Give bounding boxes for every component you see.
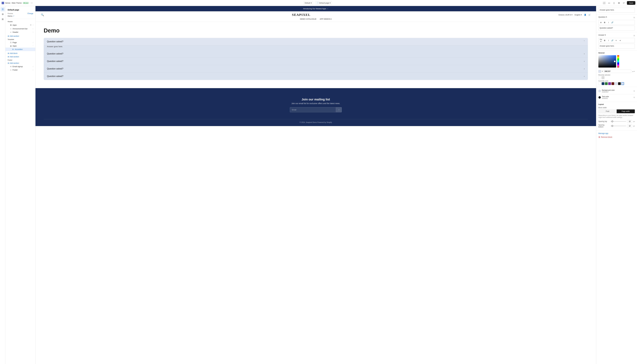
- swatch-lightgray[interactable]: [602, 76, 604, 79]
- chevron-right-icon: ›: [33, 24, 33, 26]
- manage-app-link[interactable]: Manage app: [598, 132, 635, 134]
- list-btn[interactable]: ≡: [614, 38, 618, 42]
- default-dropdown[interactable]: Default ▾: [304, 1, 313, 5]
- settings-icon[interactable]: ⚙: [0, 12, 5, 16]
- sidebar-item-email-signup[interactable]: ✉ Email signup ›: [6, 65, 35, 68]
- search-icon[interactable]: 🔍: [41, 13, 44, 16]
- apps-icon[interactable]: ⊞: [0, 17, 5, 21]
- color-arrows[interactable]: ▲▼: [632, 71, 635, 72]
- spacing-bottom-slider[interactable]: [610, 126, 626, 126]
- indent-btn[interactable]: ⇥: [618, 38, 622, 42]
- format-tool-btn[interactable]: ⊛: [599, 20, 602, 24]
- footer-section: Footer ⊕ Add section ✉ Email signup › ≡ …: [6, 58, 35, 72]
- sidebar-item-accordion[interactable]: A Accordion: [6, 48, 35, 51]
- accordion-item-1[interactable]: Question asked? ˇ: [44, 38, 588, 46]
- swatch-current-darkred[interactable]: [612, 82, 614, 85]
- desktop-icon[interactable]: ⬜: [602, 1, 606, 5]
- answer5-value[interactable]: Answer goes here.: [598, 44, 635, 48]
- text-color-circle[interactable]: [598, 96, 601, 99]
- sidebar-item-header[interactable]: ≡ Header ›: [6, 30, 35, 34]
- cart-icon[interactable]: 🛒: [588, 14, 590, 16]
- text-copy-icon[interactable]: ⧉: [634, 96, 635, 98]
- mobile-icon[interactable]: ▯: [612, 1, 616, 5]
- swatch-current-purple[interactable]: [608, 82, 611, 85]
- accordion-item-5[interactable]: Question asked? ›: [44, 72, 588, 80]
- add-section-button-2[interactable]: ⊕ Add section: [6, 55, 35, 58]
- sidebar-item-apps-header[interactable]: ▦ Apps ⚙ ›: [6, 23, 35, 27]
- nav-app-demos[interactable]: APP DEMOS ▾: [320, 18, 332, 20]
- header-section-title: Header: [6, 20, 35, 23]
- color-hex-input[interactable]: [604, 70, 632, 73]
- swatch-current-white[interactable]: [598, 82, 601, 85]
- chevron-right-icon5: ›: [33, 66, 33, 67]
- accordion-item-2[interactable]: Question asked? ›: [44, 50, 588, 58]
- color-spectrum[interactable]: [617, 55, 619, 68]
- question5-copy-icon[interactable]: ⧉: [634, 16, 635, 19]
- undo-icon[interactable]: ↩: [622, 1, 626, 5]
- nav-demo-catalogue[interactable]: DEMO CATALOGUE: [300, 18, 316, 20]
- swatch-current-green[interactable]: [605, 82, 608, 85]
- sidebar-item-apps-template[interactable]: ▦ Apps ˇ: [6, 44, 35, 48]
- gradient-thumb[interactable]: [614, 60, 616, 62]
- app-logo: [2, 2, 4, 4]
- spacing-bottom-input[interactable]: [627, 124, 632, 128]
- fluid-btn[interactable]: Fluid: [598, 110, 617, 113]
- accordion-item-4[interactable]: Question asked? ›: [44, 65, 588, 72]
- spacing-top-thumb[interactable]: [612, 120, 613, 122]
- add-block-button[interactable]: ⊕ Add block: [6, 52, 35, 55]
- question5-value[interactable]: Question asked?: [598, 26, 635, 30]
- spacing-top-input[interactable]: [627, 120, 632, 123]
- topbar: Sense - Main Theme Live ··· Default ▾ 📄 …: [0, 0, 637, 6]
- live-label: Live: [25, 2, 28, 4]
- layout-section: Layout Block width Fluid Page width Depe…: [596, 102, 637, 131]
- bg-color-circle[interactable]: [598, 90, 601, 92]
- remove-block-button[interactable]: 🗑 Remove block: [598, 136, 612, 138]
- settings-small-icon[interactable]: ⚙: [30, 24, 32, 26]
- email-submit-button[interactable]: →: [336, 107, 342, 112]
- bg-color-value: #DBE2EF: [602, 91, 614, 93]
- language-selector[interactable]: English ▾: [575, 14, 582, 16]
- bold-tool-btn[interactable]: B: [603, 20, 606, 24]
- tablet-icon[interactable]: ▭: [607, 1, 611, 5]
- spectrum-thumb[interactable]: [617, 66, 620, 67]
- sections-icon[interactable]: ☰: [0, 7, 5, 12]
- add-section-button-1[interactable]: ⊕ Add section: [6, 34, 35, 38]
- more-button[interactable]: ···: [30, 1, 33, 5]
- account-icon[interactable]: 👤: [584, 14, 586, 16]
- general-section: General # ▲▼ Recently selected: [596, 50, 637, 87]
- color-gradient[interactable]: [598, 55, 616, 68]
- bold-btn2[interactable]: B: [603, 38, 606, 42]
- page-width-btn[interactable]: Page width: [617, 110, 635, 113]
- email-input[interactable]: [290, 107, 336, 112]
- sidebar-item-page[interactable]: ☰ Page ›: [6, 41, 35, 44]
- spacing-bottom-thumb[interactable]: [612, 125, 613, 127]
- swatch-current-lightblue[interactable]: [615, 82, 618, 85]
- change-button[interactable]: Change: [28, 12, 33, 14]
- sidebar-item-footer[interactable]: ≡ Footer ›: [6, 68, 35, 72]
- layout-icon[interactable]: ⊞: [617, 1, 621, 5]
- site-footer: Join our mailing list Join our email lis…: [36, 88, 596, 126]
- swatch-current-black[interactable]: [618, 82, 621, 85]
- italic-btn2[interactable]: I: [607, 38, 610, 42]
- external-link-icon[interactable]: ↗: [13, 15, 14, 17]
- color-gradient-container[interactable]: [598, 55, 616, 69]
- swatch-current-navy[interactable]: [602, 82, 604, 85]
- general-label: General: [598, 52, 635, 54]
- accordion-item-3[interactable]: Question asked? ›: [44, 58, 588, 65]
- link-tool-btn[interactable]: 🔗: [610, 20, 614, 24]
- swatch-current-selected[interactable]: [621, 82, 624, 85]
- answer5-copy-icon[interactable]: ⧉: [634, 34, 635, 37]
- save-button[interactable]: Save: [627, 1, 635, 5]
- swatch-white[interactable]: [598, 76, 601, 79]
- link-btn2[interactable]: 🔗: [610, 38, 614, 42]
- signup-desc: Join our email list for exclusive offers…: [44, 102, 588, 104]
- sidebar-item-announcement[interactable]: ≡ Announcement bar ›: [6, 27, 35, 30]
- add-section-footer-btn[interactable]: ⊕ Add section: [6, 62, 35, 65]
- page-dropdown[interactable]: 📄 Default page ▾: [315, 1, 332, 5]
- font-size-btn[interactable]: Aa ▾: [599, 38, 602, 42]
- region-selector[interactable]: Greece | EUR € ▾: [558, 14, 572, 16]
- bg-copy-icon[interactable]: ⧉: [634, 90, 635, 92]
- text-color-value: #000000: [602, 98, 609, 99]
- italic-tool-btn[interactable]: I: [607, 20, 610, 24]
- spacing-top-slider[interactable]: [610, 121, 626, 122]
